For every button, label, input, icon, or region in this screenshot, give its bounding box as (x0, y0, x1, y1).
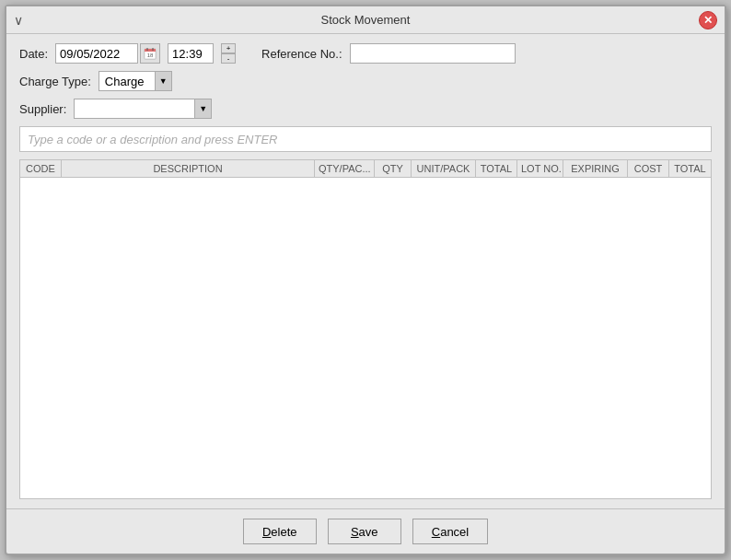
chevron-down-icon[interactable]: ∨ (14, 13, 23, 28)
table-header: CODE DESCRIPTION QTY/PAC... QTY UNIT/PAC… (20, 160, 711, 178)
supplier-dropdown-button[interactable]: ▼ (194, 99, 211, 118)
footer: Delete Save Cancel (6, 508, 725, 554)
title-bar: ∨ Stock Movement ✕ (6, 6, 725, 34)
ref-input[interactable] (350, 43, 516, 64)
time-input[interactable] (168, 43, 214, 64)
save-button[interactable]: Save (328, 519, 401, 544)
col-header-description: DESCRIPTION (62, 160, 315, 177)
date-ref-row: Date: 18 + - Refe (19, 43, 712, 64)
calendar-icon: 18 (144, 47, 157, 60)
col-header-total2: TOTAL (669, 160, 711, 177)
col-header-expiring: EXPIRING (563, 160, 628, 177)
save-label: Save (351, 525, 378, 539)
col-header-lotno: LOT NO. (517, 160, 563, 177)
table-body (20, 178, 711, 498)
time-down-button[interactable]: - (221, 53, 236, 64)
supplier-value (75, 107, 194, 111)
date-input[interactable] (55, 43, 138, 64)
dialog-content: Date: 18 + - Refe (6, 34, 725, 508)
supplier-row: Supplier: ▼ (19, 99, 712, 119)
col-header-qtypac: QTY/PAC... (315, 160, 375, 177)
col-header-unitpack: UNIT/PACK (412, 160, 476, 177)
ref-label: Reference No.: (261, 47, 342, 61)
charge-type-select[interactable]: Charge ▼ (99, 71, 172, 91)
search-bar[interactable]: Type a code or a description and press E… (19, 126, 712, 152)
cancel-button[interactable]: Cancel (412, 519, 488, 544)
time-spinners: + - (221, 43, 236, 64)
col-header-total: TOTAL (476, 160, 517, 177)
delete-button[interactable]: Delete (243, 519, 317, 544)
date-label: Date: (19, 47, 48, 61)
supplier-label: Supplier: (19, 102, 66, 116)
stock-movement-dialog: ∨ Stock Movement ✕ Date: 18 (5, 5, 726, 555)
time-up-button[interactable]: + (221, 43, 236, 53)
items-table: CODE DESCRIPTION QTY/PAC... QTY UNIT/PAC… (19, 159, 712, 499)
col-header-cost: COST (628, 160, 669, 177)
svg-text:18: 18 (147, 52, 154, 58)
cancel-label: Cancel (432, 525, 469, 539)
charge-type-value: Charge (99, 73, 155, 90)
col-header-qty: QTY (375, 160, 412, 177)
charge-type-label: Charge Type: (19, 75, 91, 88)
charge-type-row: Charge Type: Charge ▼ (19, 71, 712, 91)
date-field: 18 (55, 43, 160, 64)
close-button[interactable]: ✕ (699, 11, 717, 29)
svg-rect-2 (145, 49, 156, 52)
calendar-button[interactable]: 18 (140, 43, 160, 64)
dialog-title: Stock Movement (321, 13, 411, 27)
supplier-select[interactable]: ▼ (74, 99, 212, 119)
col-header-code: CODE (20, 160, 62, 177)
search-placeholder: Type a code or a description and press E… (28, 133, 277, 146)
delete-label: Delete (262, 525, 297, 539)
charge-type-dropdown-button[interactable]: ▼ (155, 72, 171, 90)
